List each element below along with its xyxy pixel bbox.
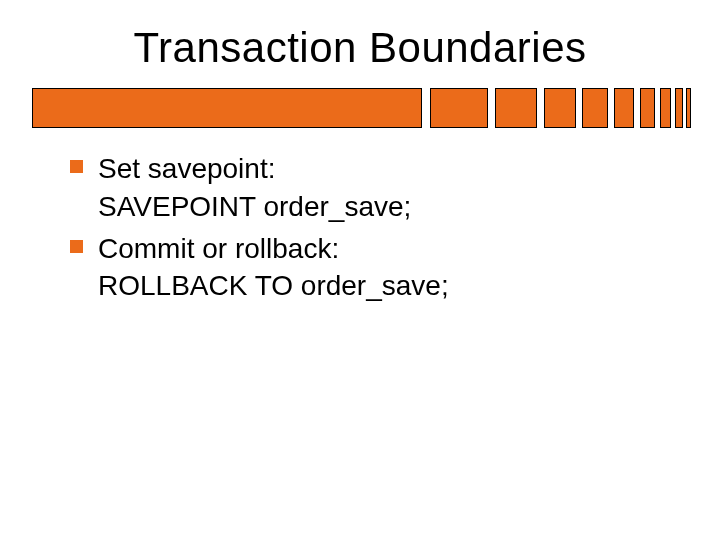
decorative-bar-segment (614, 88, 634, 128)
decorative-bar-group (32, 88, 688, 128)
decorative-bar-segment (660, 88, 671, 128)
decorative-bar-segment (544, 88, 576, 128)
bullet-item: Set savepoint: SAVEPOINT order_save; (70, 150, 680, 226)
decorative-bar-segment (430, 88, 488, 128)
decorative-bar-segment (686, 88, 691, 128)
bullet-item: Commit or rollback: ROLLBACK TO order_sa… (70, 230, 680, 306)
decorative-bar-segment (495, 88, 537, 128)
bullet-heading: Set savepoint: (98, 150, 680, 188)
bullet-code: SAVEPOINT order_save; (98, 188, 680, 226)
bullet-heading: Commit or rollback: (98, 230, 680, 268)
bullet-square-icon (70, 240, 83, 253)
decorative-bar-segment (675, 88, 683, 128)
slide-title: Transaction Boundaries (0, 24, 720, 72)
decorative-bar-main (32, 88, 422, 128)
slide: Transaction Boundaries Set savepoint: SA… (0, 0, 720, 540)
bullet-code: ROLLBACK TO order_save; (98, 267, 680, 305)
decorative-bar-segment (582, 88, 608, 128)
content-area: Set savepoint: SAVEPOINT order_save; Com… (70, 150, 680, 309)
decorative-bar-segment (640, 88, 655, 128)
bullet-square-icon (70, 160, 83, 173)
